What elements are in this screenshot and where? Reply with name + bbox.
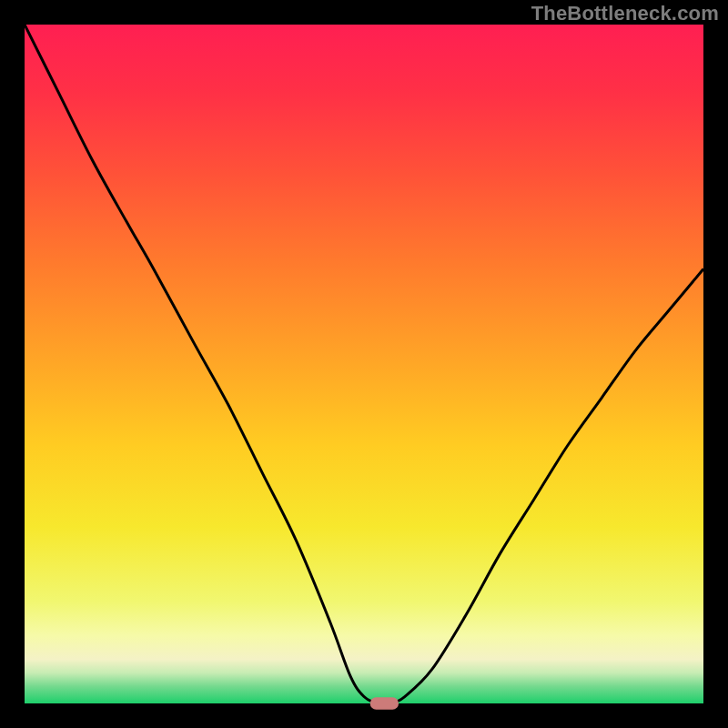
plot-background	[25, 25, 703, 703]
bottleneck-chart	[0, 0, 728, 728]
optimum-marker	[370, 697, 399, 709]
chart-frame: TheBottleneck.com	[0, 0, 728, 728]
